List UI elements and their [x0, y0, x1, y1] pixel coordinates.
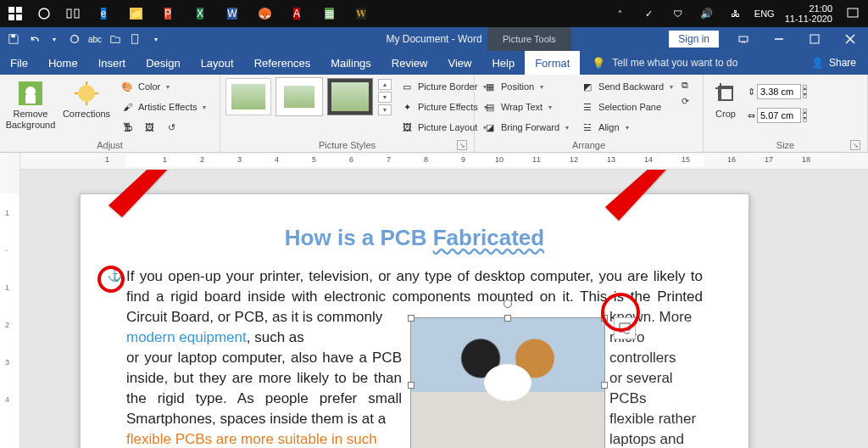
- tray-network-icon[interactable]: 🖧: [724, 2, 748, 25]
- gallery-up-icon[interactable]: ▴: [378, 79, 392, 90]
- svg-point-19: [78, 85, 95, 102]
- app-icon-1[interactable]: ▦: [315, 2, 342, 25]
- horizontal-ruler[interactable]: 1123456789101112131415161718: [20, 153, 868, 170]
- minimize-button[interactable]: [761, 27, 797, 51]
- tab-insert[interactable]: Insert: [88, 51, 136, 75]
- undo-icon[interactable]: [25, 31, 42, 48]
- picture-tools-context-label: Picture Tools: [487, 27, 571, 51]
- send-backward-button[interactable]: ◩Send Backward▾: [577, 78, 676, 95]
- hyperlink-more[interactable]: More: [659, 309, 693, 325]
- resize-handle[interactable]: [601, 382, 608, 389]
- inserted-picture[interactable]: [410, 317, 605, 448]
- acrobat-icon[interactable]: A: [283, 2, 310, 25]
- position-button[interactable]: ▦Position▾: [480, 78, 572, 95]
- task-view-icon[interactable]: [61, 2, 85, 25]
- tab-view[interactable]: View: [437, 51, 481, 75]
- remove-background-button[interactable]: Remove Background: [5, 78, 56, 131]
- tab-review[interactable]: Review: [381, 51, 438, 75]
- save-icon[interactable]: [5, 31, 22, 48]
- spelling-icon[interactable]: abc: [86, 31, 103, 48]
- tray-volume-icon[interactable]: 🔊: [695, 2, 719, 25]
- group-objects-icon[interactable]: ⧉: [682, 80, 689, 91]
- tab-format[interactable]: Format: [525, 51, 580, 75]
- close-button[interactable]: [832, 27, 868, 51]
- resize-handle[interactable]: [408, 382, 415, 389]
- word-icon[interactable]: W: [219, 2, 246, 25]
- qat-more-icon[interactable]: ▾: [147, 31, 164, 48]
- gallery-more-icon[interactable]: ▾: [378, 104, 392, 115]
- height-down-icon[interactable]: ▾: [804, 92, 806, 98]
- tab-home[interactable]: Home: [38, 51, 88, 75]
- tab-file[interactable]: File: [0, 51, 38, 75]
- width-down-icon[interactable]: ▾: [804, 115, 806, 121]
- resize-handle[interactable]: [408, 315, 415, 322]
- height-field[interactable]: ⇕ ▴▾: [748, 83, 807, 100]
- vertical-ruler[interactable]: 1 - 1 2 3 4: [0, 153, 20, 448]
- redo-icon[interactable]: [66, 31, 83, 48]
- tab-references[interactable]: References: [244, 51, 320, 75]
- tray-lang[interactable]: ENG: [753, 2, 776, 25]
- compress-picture-icon[interactable]: 🗜: [120, 120, 134, 134]
- start-button[interactable]: [3, 2, 27, 25]
- resize-handle[interactable]: [504, 315, 511, 322]
- share-button[interactable]: 👤 Share: [799, 51, 868, 75]
- gallery-nav: ▴ ▾ ▾: [378, 79, 392, 115]
- style-preset-2[interactable]: [276, 78, 322, 115]
- document-workspace: 1 - 1 2 3 4 1123456789101112131415161718…: [0, 153, 868, 448]
- crop-button[interactable]: Crop: [709, 78, 743, 120]
- ribbon-options-icon[interactable]: [726, 27, 761, 51]
- tab-design[interactable]: Design: [136, 51, 190, 75]
- picture-styles-gallery[interactable]: ▴ ▾ ▾: [225, 78, 392, 115]
- wrap-text-button[interactable]: ▤Wrap Text▾: [480, 98, 572, 115]
- firefox-icon[interactable]: 🦊: [251, 2, 278, 25]
- excel-icon[interactable]: X: [186, 2, 214, 25]
- artistic-icon: 🖌: [120, 100, 134, 114]
- tray-wifi-icon[interactable]: ✓: [637, 2, 661, 25]
- align-button[interactable]: ☱Align▾: [577, 119, 676, 136]
- height-input[interactable]: [757, 84, 801, 99]
- rotate-icon[interactable]: ⟳: [682, 96, 689, 107]
- document-canvas[interactable]: How is a PCB Fabricated ⚓ If you open-up…: [20, 170, 868, 448]
- selection-pane-button[interactable]: ☰Selection Pane: [577, 98, 676, 115]
- size-launcher-icon[interactable]: ↘: [850, 140, 860, 150]
- remove-background-icon: [17, 80, 44, 107]
- tray-clock[interactable]: 21:00 11-11-2020: [782, 3, 836, 24]
- tab-layout[interactable]: Layout: [191, 51, 244, 75]
- bring-forward-button[interactable]: ◪Bring Forward▾: [480, 119, 572, 136]
- tray-chevron-icon[interactable]: ˄: [609, 2, 632, 25]
- style-preset-3[interactable]: [327, 78, 373, 115]
- action-center-icon[interactable]: [841, 2, 865, 25]
- open-icon[interactable]: [107, 31, 124, 48]
- tray-security-icon[interactable]: 🛡: [666, 2, 690, 25]
- tab-mailings[interactable]: Mailings: [320, 51, 381, 75]
- corrections-button[interactable]: Corrections: [61, 78, 112, 120]
- share-icon: 👤: [811, 57, 824, 69]
- rotate-handle[interactable]: [504, 300, 512, 308]
- maximize-button[interactable]: [797, 27, 832, 51]
- width-field[interactable]: ⇔ ▴▾: [748, 107, 807, 124]
- width-up-icon[interactable]: ▴: [804, 109, 806, 115]
- powerpoint-icon[interactable]: P: [154, 2, 181, 25]
- height-up-icon[interactable]: ▴: [804, 86, 806, 92]
- new-icon[interactable]: [127, 31, 144, 48]
- cortana-icon[interactable]: [32, 2, 56, 25]
- reset-picture-icon[interactable]: ↺: [164, 120, 178, 134]
- artistic-effects-button[interactable]: 🖌Artistic Effects▾: [117, 98, 209, 115]
- qat-caret-icon[interactable]: ▾: [46, 31, 63, 48]
- tell-me-box[interactable]: 💡 Tell me what you want to do: [580, 51, 749, 75]
- change-picture-icon[interactable]: 🖼: [142, 120, 156, 134]
- word-title-bar: ▾ abc ▾ My Document - Word Picture Tools…: [0, 27, 868, 51]
- width-input[interactable]: [757, 108, 801, 123]
- tab-help[interactable]: Help: [481, 51, 525, 75]
- explorer-icon[interactable]: 📁: [122, 2, 149, 25]
- color-button[interactable]: 🎨Color▾: [117, 78, 209, 95]
- sign-in-button[interactable]: Sign in: [669, 31, 719, 48]
- app-icon-2[interactable]: 𝐖: [348, 2, 375, 25]
- share-label: Share: [829, 57, 856, 69]
- style-preset-1[interactable]: [225, 78, 271, 115]
- hyperlink-modern[interactable]: modern equipment: [126, 329, 247, 345]
- hyperlink-flexible[interactable]: flexible PCBs are more suitable in such: [126, 431, 377, 447]
- edge-icon[interactable]: e: [90, 2, 117, 25]
- picstyles-launcher-icon[interactable]: ↘: [457, 140, 467, 150]
- gallery-down-icon[interactable]: ▾: [378, 92, 392, 103]
